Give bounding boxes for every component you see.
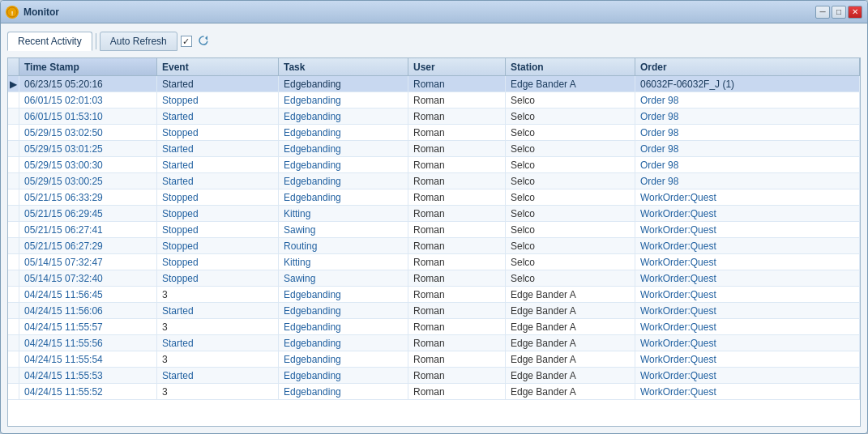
- table-row[interactable]: 04/24/15 11:55:56 Started Edgebanding Ro…: [8, 335, 860, 351]
- table-row[interactable]: ▶ 06/23/15 05:20:16 Started Edgebanding …: [8, 76, 860, 92]
- tab-recent-activity[interactable]: Recent Activity: [7, 32, 92, 51]
- cell-timestamp: 04/24/15 11:55:56: [19, 335, 157, 351]
- table-row[interactable]: 06/01/15 01:53:10 Started Edgebanding Ro…: [8, 108, 860, 125]
- header-task[interactable]: Task: [279, 58, 408, 75]
- table-row[interactable]: 05/21/15 06:33:29 Stopped Edgebanding Ro…: [8, 189, 860, 206]
- cell-station: Edge Bander A: [506, 303, 635, 318]
- cell-event: Started: [157, 76, 279, 91]
- cell-task: Edgebanding: [279, 92, 408, 108]
- cell-event: 3: [157, 384, 279, 399]
- cell-task: Edgebanding: [279, 173, 408, 189]
- cell-station: Edge Bander A: [506, 368, 635, 383]
- cell-order: WorkOrder:Quest: [635, 189, 860, 205]
- cell-user: Roman: [408, 270, 506, 286]
- cell-order: WorkOrder:Quest: [635, 254, 860, 270]
- cell-event: Stopped: [157, 125, 279, 140]
- cell-task: Edgebanding: [279, 368, 408, 383]
- row-indicator: [8, 206, 19, 221]
- row-indicator: [8, 254, 19, 270]
- cell-order: 06032F-06032F_J (1): [635, 76, 860, 91]
- table-row[interactable]: 05/21/15 06:29:45 Stopped Kitting Roman …: [8, 206, 860, 222]
- row-indicator: [8, 189, 19, 205]
- cell-event: Stopped: [157, 189, 279, 205]
- table-row[interactable]: 05/14/15 07:32:40 Stopped Sawing Roman S…: [8, 270, 860, 287]
- row-indicator: [8, 222, 19, 237]
- table-row[interactable]: 04/24/15 11:56:06 Started Edgebanding Ro…: [8, 303, 860, 319]
- cell-station: Selco: [506, 189, 635, 205]
- table-row[interactable]: 05/21/15 06:27:41 Stopped Sawing Roman S…: [8, 222, 860, 238]
- close-button[interactable]: ✕: [848, 6, 862, 19]
- cell-station: Selco: [506, 254, 635, 270]
- cell-event: Started: [157, 141, 279, 156]
- table-row[interactable]: 05/21/15 06:27:29 Stopped Routing Roman …: [8, 238, 860, 254]
- cell-user: Roman: [408, 368, 506, 383]
- title-bar: ! Monitor ─ □ ✕: [1, 1, 867, 23]
- svg-text:!: !: [11, 9, 14, 16]
- cell-station: Selco: [506, 173, 635, 189]
- cell-order: WorkOrder:Quest: [635, 222, 860, 237]
- main-window: ! Monitor ─ □ ✕ Recent Activity Auto Ref…: [0, 0, 868, 434]
- cell-timestamp: 06/23/15 05:20:16: [19, 76, 157, 91]
- cell-station: Selco: [506, 206, 635, 221]
- header-timestamp[interactable]: Time Stamp: [19, 58, 157, 75]
- header-event[interactable]: Event: [157, 58, 279, 75]
- cell-station: Selco: [506, 125, 635, 140]
- cell-task: Edgebanding: [279, 157, 408, 172]
- cell-timestamp: 06/01/15 02:01:03: [19, 92, 157, 108]
- title-bar-left: ! Monitor: [6, 6, 59, 19]
- row-indicator: [8, 287, 19, 302]
- cell-user: Roman: [408, 384, 506, 399]
- refresh-button[interactable]: [195, 33, 212, 49]
- header-station[interactable]: Station: [506, 58, 635, 75]
- cell-task: Edgebanding: [279, 335, 408, 351]
- row-indicator: [8, 108, 19, 124]
- cell-user: Roman: [408, 254, 506, 270]
- cell-timestamp: 05/14/15 07:32:47: [19, 254, 157, 270]
- table-row[interactable]: 05/29/15 03:00:30 Started Edgebanding Ro…: [8, 157, 860, 173]
- cell-user: Roman: [408, 238, 506, 253]
- cell-order: WorkOrder:Quest: [635, 303, 860, 318]
- minimize-button[interactable]: ─: [815, 6, 830, 19]
- cell-timestamp: 05/29/15 03:01:25: [19, 141, 157, 156]
- cell-station: Edge Bander A: [506, 287, 635, 302]
- cell-user: Roman: [408, 173, 506, 189]
- cell-station: Selco: [506, 108, 635, 124]
- cell-task: Sawing: [279, 222, 408, 237]
- table-row[interactable]: 04/24/15 11:55:57 3 Edgebanding Roman Ed…: [8, 319, 860, 335]
- cell-station: Selco: [506, 157, 635, 172]
- cell-task: Edgebanding: [279, 319, 408, 334]
- table-row[interactable]: 04/24/15 11:56:45 3 Edgebanding Roman Ed…: [8, 287, 860, 303]
- table-row[interactable]: 04/24/15 11:55:54 3 Edgebanding Roman Ed…: [8, 351, 860, 368]
- header-order[interactable]: Order: [635, 58, 860, 75]
- maximize-button[interactable]: □: [832, 6, 846, 19]
- tab-auto-refresh[interactable]: Auto Refresh: [100, 32, 177, 51]
- table-row[interactable]: 05/29/15 03:00:25 Started Edgebanding Ro…: [8, 173, 860, 189]
- table-row[interactable]: 06/01/15 02:01:03 Stopped Edgebanding Ro…: [8, 92, 860, 108]
- table-row[interactable]: 05/14/15 07:32:47 Stopped Kitting Roman …: [8, 254, 860, 270]
- cell-order: Order 98: [635, 157, 860, 172]
- cell-order: WorkOrder:Quest: [635, 270, 860, 286]
- cell-timestamp: 06/01/15 01:53:10: [19, 108, 157, 124]
- cell-order: Order 98: [635, 125, 860, 140]
- cell-station: Selco: [506, 238, 635, 253]
- table-body[interactable]: ▶ 06/23/15 05:20:16 Started Edgebanding …: [8, 76, 860, 426]
- table-row[interactable]: 04/24/15 11:55:52 3 Edgebanding Roman Ed…: [8, 384, 860, 400]
- cell-user: Roman: [408, 351, 506, 367]
- auto-refresh-checkbox[interactable]: ✓: [181, 36, 192, 47]
- table-row[interactable]: 05/29/15 03:02:50 Stopped Edgebanding Ro…: [8, 125, 860, 141]
- cell-task: Edgebanding: [279, 141, 408, 156]
- cell-timestamp: 05/21/15 06:29:45: [19, 206, 157, 221]
- window-icon: !: [6, 6, 19, 19]
- table-row[interactable]: 04/24/15 11:55:53 Started Edgebanding Ro…: [8, 368, 860, 384]
- cell-task: Edgebanding: [279, 125, 408, 140]
- cell-task: Edgebanding: [279, 76, 408, 91]
- row-indicator: [8, 238, 19, 253]
- cell-order: WorkOrder:Quest: [635, 287, 860, 302]
- cell-station: Edge Bander A: [506, 351, 635, 367]
- table-row[interactable]: 05/29/15 03:01:25 Started Edgebanding Ro…: [8, 141, 860, 157]
- cell-station: Selco: [506, 92, 635, 108]
- header-user[interactable]: User: [408, 58, 506, 75]
- cell-timestamp: 04/24/15 11:55:52: [19, 384, 157, 399]
- cell-event: Started: [157, 303, 279, 318]
- cell-user: Roman: [408, 303, 506, 318]
